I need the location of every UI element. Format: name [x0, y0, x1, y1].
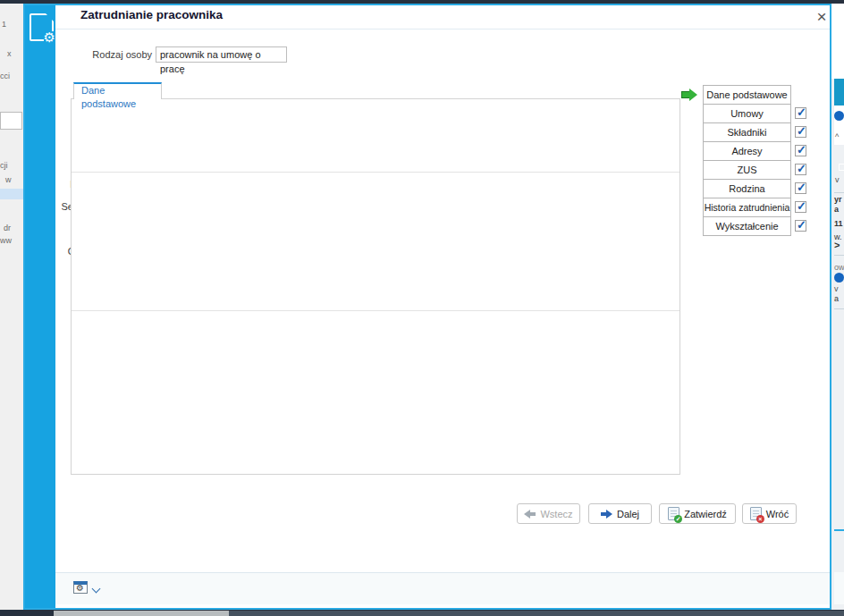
step-adresy[interactable]: Adresy — [703, 141, 791, 161]
section-divider — [72, 310, 679, 311]
bg-bottom-strip-light — [54, 611, 229, 616]
document-gear-icon: ⚙ — [30, 13, 54, 41]
background-right-strip: ^ v yr a 11 w. > ow v a — [831, 4, 844, 610]
zatwierdz-label: Zatwierdź — [684, 509, 727, 519]
step-wyksztalcenie[interactable]: Wykształcenie — [703, 216, 791, 236]
step-umowy[interactable]: Umowy — [703, 104, 791, 123]
dialog-accent-bar — [25, 5, 55, 608]
bg-white-block — [831, 4, 844, 79]
step-historia-checkbox[interactable] — [795, 201, 806, 213]
bg-text-fragment: dr — [4, 224, 11, 232]
step-zus-checkbox[interactable] — [795, 164, 806, 175]
bg-text-fragment: 11 — [834, 219, 843, 228]
close-icon[interactable]: × — [810, 6, 833, 28]
bg-text-fragment: v — [835, 175, 840, 184]
step-umowy-checkbox[interactable] — [795, 107, 806, 119]
bg-text-fragment: ^ — [835, 132, 839, 141]
wroc-label: Wróć — [766, 509, 789, 519]
bg-square-icon — [839, 164, 844, 171]
bg-highlight-row — [0, 189, 23, 199]
cancel-doc-icon — [750, 507, 762, 520]
bg-text-fragment: a — [834, 205, 839, 214]
form-panel — [71, 98, 680, 475]
step-historia-zatrudnienia[interactable]: Historia zatrudnienia — [703, 198, 791, 217]
bg-avatar-icon — [834, 111, 844, 121]
bg-input-fragment — [0, 112, 22, 130]
person-type-select[interactable]: pracownik na umowę o pracę — [156, 46, 287, 63]
gear-icon: ⚙ — [76, 583, 84, 594]
bg-text-fragment: a — [834, 294, 839, 303]
step-rodzina[interactable]: Rodzina — [703, 179, 791, 198]
folded-corner — [46, 13, 54, 21]
dalej-button[interactable]: Dalej — [588, 503, 652, 524]
red-x-badge-icon — [756, 515, 764, 523]
background-left-strip: 1 x cci cji w dr ww — [0, 4, 23, 610]
wstecz-label: Wstecz — [540, 509, 572, 519]
dialog-title: Zatrudnianie pracownika — [80, 8, 223, 21]
gear-icon: ⚙ — [44, 31, 55, 44]
tab-dane-podstawowe[interactable]: Dane podstawowe — [73, 82, 162, 99]
approve-doc-icon — [668, 507, 679, 520]
step-adresy-checkbox[interactable] — [795, 145, 806, 156]
wroc-button[interactable]: Wróć — [742, 503, 797, 524]
arrow-right-icon — [601, 510, 612, 519]
arrow-left-icon — [524, 510, 536, 519]
bg-teal-header — [834, 79, 844, 105]
window-settings-icon[interactable]: ⚙ — [73, 581, 88, 594]
bg-avatar-icon — [834, 273, 844, 283]
bg-text-fragment: v — [834, 284, 839, 293]
green-check-badge-icon — [674, 515, 682, 523]
bg-text-fragment: ww — [0, 236, 12, 245]
bg-text-fragment: > — [834, 240, 840, 250]
bg-divider — [834, 192, 844, 193]
step-wyksztalcenie-checkbox[interactable] — [795, 220, 806, 232]
bg-bottom-strip-dark — [229, 611, 844, 616]
bg-text-fragment: cci — [0, 72, 10, 80]
wstecz-button: Wstecz — [517, 503, 580, 524]
step-rodzina-checkbox[interactable] — [795, 182, 806, 194]
bg-blue-line — [834, 529, 844, 531]
step-zus[interactable]: ZUS — [703, 160, 791, 180]
current-step-arrow-icon — [681, 89, 697, 101]
bg-text-fragment: 1 — [2, 20, 6, 29]
step-skladniki[interactable]: Składniki — [703, 122, 791, 142]
bg-footer-block — [834, 572, 844, 604]
section-divider — [72, 172, 679, 173]
person-type-label: Rodzaj osoby — [54, 46, 152, 63]
bg-divider — [834, 255, 844, 256]
dalej-label: Dalej — [617, 509, 639, 519]
bg-text-fragment: yr — [834, 195, 842, 204]
zatwierdz-button[interactable]: Zatwierdź — [659, 503, 736, 524]
step-dane-podstawowe[interactable]: Dane podstawowe — [703, 85, 791, 105]
bg-divider — [834, 308, 844, 309]
title-divider — [55, 29, 830, 30]
bg-text-fragment: cji — [0, 161, 8, 170]
step-skladniki-checkbox[interactable] — [795, 126, 806, 138]
bg-text-fragment: x — [7, 49, 12, 58]
dialog-footer — [55, 573, 830, 604]
bg-text-fragment: w — [5, 175, 12, 184]
bg-text-fragment: ow — [834, 263, 844, 272]
